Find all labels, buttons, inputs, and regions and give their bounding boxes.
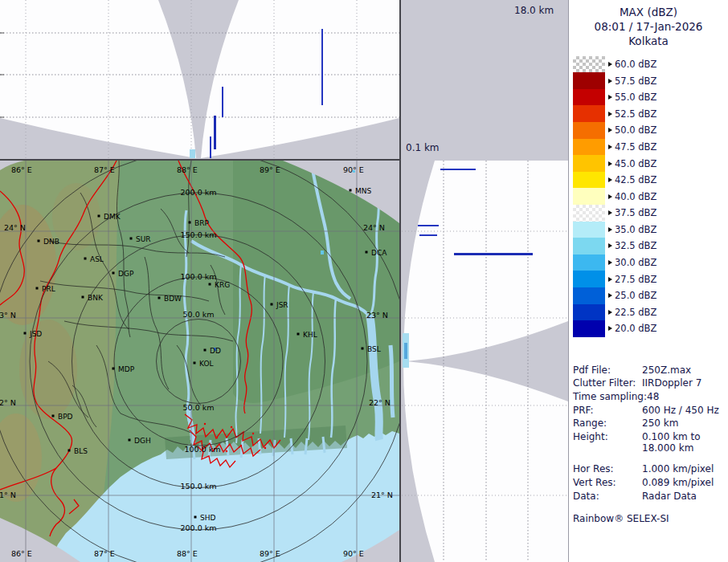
city-dot bbox=[112, 368, 115, 370]
city-label: KOL bbox=[199, 360, 214, 368]
scale-swatch bbox=[573, 122, 605, 139]
height-profile-panel-top bbox=[0, 0, 399, 161]
legend-panel: MAX (dBZ) 08:01 / 17-Jan-2026 Kolkata 60… bbox=[568, 0, 728, 562]
scale-label: 20.0 dBZ bbox=[615, 323, 656, 334]
info-row: Data:Radar Data bbox=[573, 491, 728, 502]
profile-echo bbox=[404, 343, 407, 359]
latitude-label-left: 21° N bbox=[0, 491, 16, 499]
info-key: Range: bbox=[573, 417, 642, 429]
scale-swatch bbox=[573, 105, 605, 122]
info-value: 0.089 km/pixel bbox=[642, 477, 714, 488]
city-dot bbox=[68, 450, 71, 452]
city-label: KHL bbox=[303, 331, 317, 339]
info-key: Pdf File: bbox=[573, 364, 642, 376]
scale-tick-arrow bbox=[608, 145, 612, 149]
longitude-label-top: 90° E bbox=[343, 165, 364, 174]
info-value: Radar Data bbox=[642, 491, 697, 502]
city-dot bbox=[204, 349, 207, 352]
city-dot bbox=[112, 272, 115, 275]
city-dot bbox=[158, 297, 161, 299]
profile-echo bbox=[214, 116, 216, 149]
info-row: Time sampling:48 bbox=[573, 391, 728, 402]
latitude-label-right: 24° N bbox=[363, 223, 385, 232]
latitude-label-left: 22° N bbox=[0, 398, 16, 407]
info-row: Pdf File:250Z.max bbox=[573, 364, 728, 376]
scale-tick-arrow bbox=[608, 260, 612, 265]
height-axis-max-label: 18.0 km bbox=[514, 5, 554, 16]
scale-swatch bbox=[573, 205, 605, 222]
scale-tick-arrow bbox=[608, 79, 612, 83]
scale-row: 20.0 dBZ bbox=[573, 320, 728, 337]
range-label: 100.0 km bbox=[181, 272, 217, 281]
info-key: Height: bbox=[573, 431, 642, 454]
longitude-label-top: 87° E bbox=[94, 165, 115, 174]
scale-tick-arrow bbox=[608, 243, 612, 248]
scale-swatch bbox=[573, 139, 605, 156]
scale-row: 57.5 dBZ bbox=[573, 72, 728, 89]
range-label: 50.0 km bbox=[183, 403, 215, 412]
profile-coverage-area bbox=[0, 0, 399, 158]
city-dot bbox=[38, 240, 40, 242]
scale-row: 27.5 dBZ bbox=[573, 271, 728, 287]
city-label: BLS bbox=[74, 447, 88, 455]
range-label: 100.0 km bbox=[185, 445, 221, 454]
info-key: Data: bbox=[573, 491, 642, 502]
range-label: 150.0 km bbox=[181, 230, 217, 239]
city-label: JSD bbox=[29, 330, 42, 338]
scale-tick-arrow bbox=[608, 128, 612, 132]
city-dot bbox=[52, 415, 55, 417]
software-credit: Rainbow® SELEX-SI bbox=[573, 513, 728, 524]
scale-label: 50.0 dBZ bbox=[615, 124, 656, 136]
product-info: Pdf File:250Z.maxClutter Filter:IIRDoppl… bbox=[573, 364, 728, 502]
city-label: BRP bbox=[194, 219, 209, 227]
scale-tick-arrow bbox=[608, 161, 612, 166]
city-dot bbox=[98, 215, 100, 218]
range-label: 150.0 km bbox=[181, 482, 217, 491]
scale-tick-arrow bbox=[608, 293, 612, 298]
city-label: DGP bbox=[118, 270, 134, 278]
profile-echo bbox=[418, 225, 439, 226]
scale-row: 42.5 dBZ bbox=[573, 172, 728, 189]
scale-label: 27.5 dBZ bbox=[615, 274, 656, 285]
info-row: Range:250 km bbox=[573, 417, 728, 429]
product-title: MAX (dBZ) bbox=[569, 5, 728, 19]
scale-swatch bbox=[573, 222, 605, 238]
scale-row: 35.0 dBZ bbox=[573, 222, 728, 238]
panel-divider-vertical bbox=[399, 0, 401, 562]
info-row: Height:0.100 km to 18.000 km bbox=[573, 431, 728, 454]
scale-tick-arrow bbox=[608, 326, 612, 331]
city-dot bbox=[297, 333, 300, 336]
scale-label: 45.0 dBZ bbox=[615, 158, 656, 169]
scale-row: 32.5 dBZ bbox=[573, 238, 728, 255]
scale-swatch bbox=[573, 238, 605, 255]
longitude-label-top: 88° E bbox=[177, 165, 198, 174]
profile-echo bbox=[190, 149, 195, 158]
scale-label: 42.5 dBZ bbox=[615, 174, 656, 185]
scale-row: 52.5 dBZ bbox=[573, 105, 728, 122]
city-label: DMK bbox=[104, 213, 121, 221]
longitude-label-top: 89° E bbox=[260, 165, 280, 174]
city-label: BSL bbox=[367, 345, 381, 353]
scale-label: 57.5 dBZ bbox=[615, 75, 656, 87]
profile-echo bbox=[454, 253, 533, 255]
info-key: Time sampling:48 bbox=[573, 391, 642, 402]
scale-label: 37.5 dBZ bbox=[615, 207, 656, 218]
scale-row: 37.5 dBZ bbox=[573, 205, 728, 222]
city-dot bbox=[194, 516, 197, 519]
info-key: PRF: bbox=[573, 405, 642, 416]
city-dot bbox=[82, 296, 84, 299]
info-value: 250 km bbox=[642, 417, 678, 429]
profile-echo bbox=[321, 29, 323, 105]
height-profile-panel-right bbox=[402, 161, 568, 562]
longitude-label-bottom: 86° E bbox=[11, 549, 32, 558]
radar-display: DMKBRPMNSDNBSURASLDGPDCAPRLBNKBDWKRGJSRJ… bbox=[0, 0, 728, 562]
radar-map: DMKBRPMNSDNBSURASLDGPDCAPRLBNKBDWKRGJSRJ… bbox=[0, 161, 399, 562]
city-label: SHD bbox=[200, 514, 215, 522]
city-dot bbox=[366, 251, 368, 254]
city-label: BDW bbox=[164, 295, 182, 303]
city-label: BNK bbox=[88, 294, 104, 302]
city-dot bbox=[189, 222, 191, 224]
info-value: 1.000 km/pixel bbox=[642, 463, 714, 474]
latitude-label-right: 23° N bbox=[366, 311, 388, 320]
scale-tick-arrow bbox=[608, 210, 612, 215]
